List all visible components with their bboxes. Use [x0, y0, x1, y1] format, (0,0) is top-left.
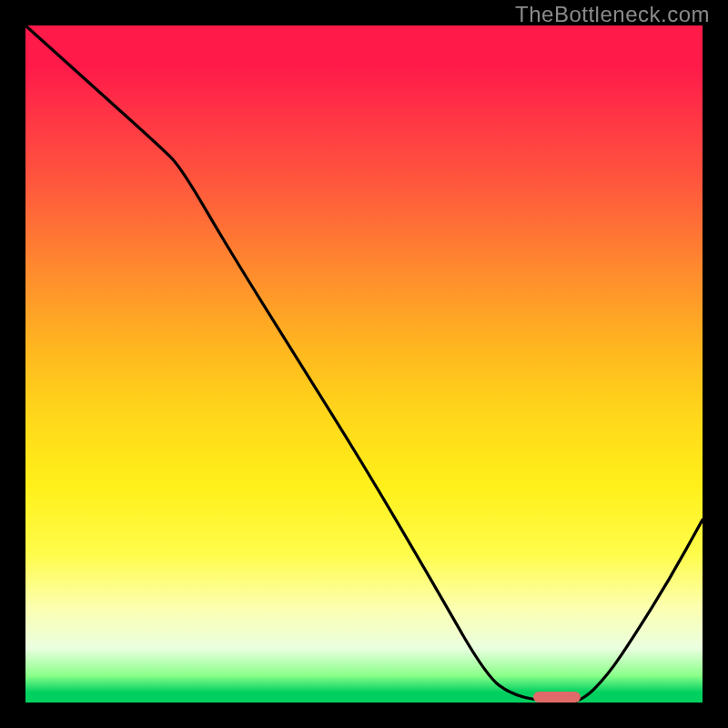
chart-container: TheBottleneck.com — [0, 0, 728, 728]
plot-area — [25, 25, 703, 703]
watermark-text: TheBottleneck.com — [515, 2, 710, 27]
optimum-marker — [533, 692, 581, 703]
bottleneck-curve — [25, 25, 703, 703]
